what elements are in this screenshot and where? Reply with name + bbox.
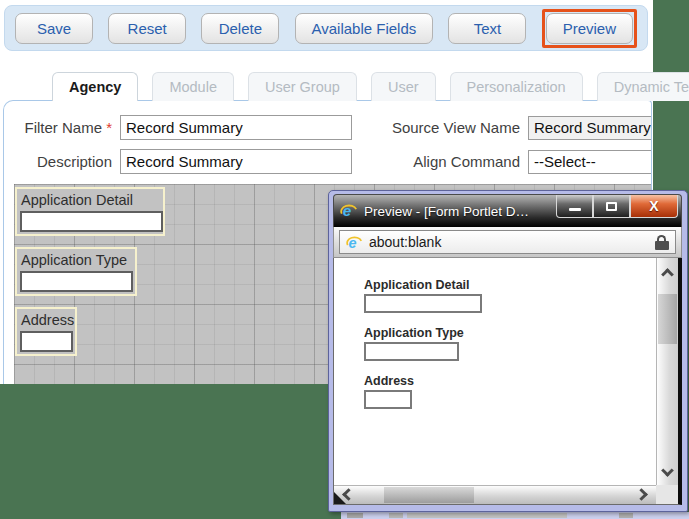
popup-addressbar: e about:blank [333,227,682,258]
widget-input[interactable] [20,211,163,232]
filter-name-label: Filter Name * [4,119,112,136]
scroll-up-icon[interactable] [661,268,674,281]
toolbar: Save Reset Delete Available Fields Text … [4,5,648,51]
filter-form: Filter Name * Source View Name Record Su… [4,115,652,174]
tab-module[interactable]: Module [152,72,234,101]
scroll-right-icon[interactable] [635,488,648,501]
background-window-edge [341,512,689,519]
source-view-name-select[interactable]: Record Summary [528,116,652,140]
maximize-icon [606,202,617,211]
internet-explorer-icon: e [340,202,358,220]
widget-input[interactable] [20,331,73,352]
preview-field-application-detail: Application Detail [364,278,678,313]
popup-titlebar[interactable]: e Preview - [Form Portlet D… X [333,194,682,227]
tab-strip: Agency Module User Group User Personaliz… [0,71,653,101]
description-label: Description [4,153,112,170]
canvas-widget-application-type[interactable]: Application Type [15,247,137,296]
address-field[interactable]: e about:blank [339,230,676,254]
filter-name-label-text: Filter Name [24,119,102,136]
required-asterisk: * [106,119,112,136]
widget-label: Application Detail [20,191,160,211]
vertical-scrollbar[interactable] [656,258,678,485]
delete-button[interactable]: Delete [201,13,279,44]
window-controls: X [556,195,678,218]
preview-field-input[interactable] [364,342,459,361]
filter-name-input[interactable] [120,115,352,140]
tab-dynamic-text[interactable]: Dynamic Text [597,72,689,101]
desktop: { "toolbar": { "save": "Save", "reset": … [0,0,689,519]
close-button[interactable]: X [630,195,678,218]
tab-user-group[interactable]: User Group [248,72,357,101]
align-command-label: Align Command [360,153,520,170]
available-fields-button[interactable]: Available Fields [295,13,434,44]
preview-field-label: Application Detail [364,278,678,292]
preview-highlight-outline: Preview [542,9,637,48]
canvas-widget-address[interactable]: Address [15,307,77,356]
tab-user[interactable]: User [371,72,436,101]
preview-field-input[interactable] [364,390,412,409]
reset-button[interactable]: Reset [108,13,186,44]
tab-agency[interactable]: Agency [52,72,138,101]
description-input[interactable] [120,149,352,174]
widget-input[interactable] [20,271,133,292]
vertical-scroll-thumb[interactable] [658,294,677,344]
horizontal-scrollbar[interactable] [334,485,656,504]
preview-button[interactable]: Preview [546,13,633,44]
widget-label: Address [20,311,72,331]
align-command-select[interactable]: --Select-- [528,150,652,174]
minimize-icon [569,208,581,211]
close-icon: X [649,198,658,214]
text-button[interactable]: Text [448,13,526,44]
preview-field-application-type: Application Type [364,326,678,361]
maximize-button[interactable] [593,195,630,218]
preview-field-label: Address [364,374,678,388]
preview-field-address: Address [364,374,678,409]
save-button[interactable]: Save [15,13,93,44]
preview-popup-window: e Preview - [Form Portlet D… X e about:b… [328,190,688,512]
lock-icon [655,235,669,250]
popup-viewport: Application Detail Application Type Addr… [333,258,682,505]
address-url: about:blank [369,234,655,250]
scrollbar-corner [656,485,678,504]
preview-field-label: Application Type [364,326,678,340]
canvas-widget-application-detail[interactable]: Application Detail [15,187,165,236]
minimize-button[interactable] [556,195,593,218]
scroll-down-icon[interactable] [661,464,674,477]
preview-field-input[interactable] [364,294,482,313]
widget-label: Application Type [20,251,132,271]
source-view-name-label: Source View Name [360,119,520,136]
preview-form: Application Detail Application Type Addr… [334,258,678,409]
tab-personalization[interactable]: Personalization [450,72,583,101]
internet-explorer-icon: e [346,234,363,251]
horizontal-scroll-thumb[interactable] [384,487,474,503]
